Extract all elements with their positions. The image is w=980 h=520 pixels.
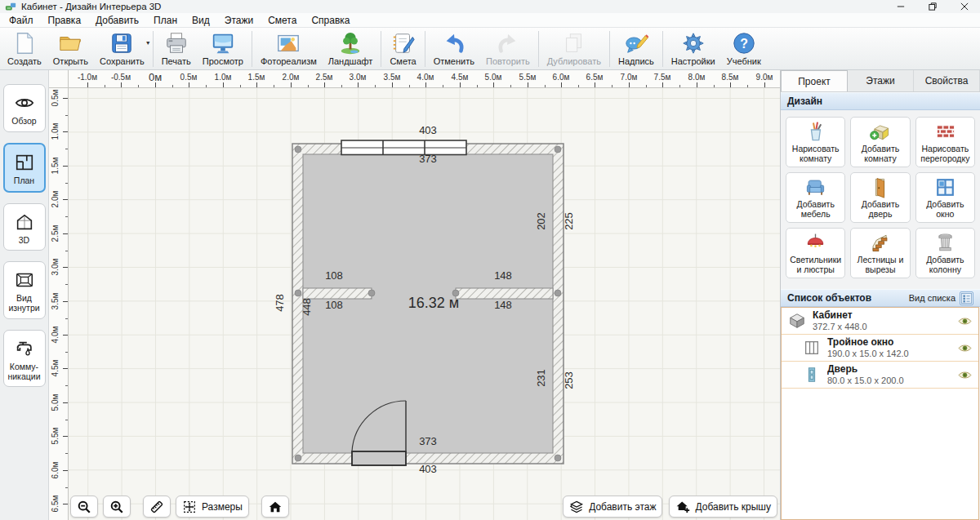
menu-item-6[interactable]: Этажи <box>217 14 261 27</box>
add-furniture-button[interactable]: Добавить мебель <box>786 172 845 223</box>
ruler-tick <box>63 436 68 437</box>
ruler-label: 3.0м <box>51 253 60 281</box>
ruler-label: 1.0м <box>215 73 232 82</box>
draw-partition-button[interactable]: Нарисовать перегородку <box>915 117 975 167</box>
object-name: Тройное окно <box>827 337 952 349</box>
menu-item-1[interactable]: Файл <box>2 14 41 27</box>
menu-item-2[interactable]: Правка <box>41 14 89 27</box>
draw-room-button[interactable]: Нарисовать комнату <box>786 117 845 167</box>
toolbar-group: ПечатьПросмотр <box>156 28 249 69</box>
menu-item-7[interactable]: Смета <box>261 14 304 27</box>
menu-item-4[interactable]: План <box>146 14 185 27</box>
zoom-in-button[interactable] <box>103 496 131 518</box>
stairs-cutouts-button[interactable]: Лестницы и вырезы <box>850 228 910 278</box>
ruler-label: 6.0м <box>553 73 570 82</box>
add-door-button[interactable]: Добавить дверь <box>850 172 910 223</box>
print-button[interactable]: Печать <box>156 29 197 69</box>
undo-button[interactable]: Отменить <box>428 29 480 69</box>
add-column-button[interactable]: Добавить колонну <box>915 228 975 278</box>
add-room-button[interactable]: Добавить комнату <box>850 117 910 167</box>
ruler-tick-minor <box>65 453 68 454</box>
ruler-tick-minor <box>308 85 309 87</box>
dimensions-icon <box>182 500 197 514</box>
ruler-tick <box>121 82 122 87</box>
ruler-label: 6.0м <box>51 456 60 484</box>
visibility-eye-icon[interactable] <box>958 371 973 380</box>
measure-ruler-icon <box>149 500 164 514</box>
close-button[interactable] <box>948 0 980 13</box>
ruler-tick <box>528 82 528 87</box>
add-window-button[interactable]: Добавить окно <box>915 172 975 223</box>
canvas-button-label: Размеры <box>202 501 243 513</box>
object-row[interactable]: Кабинет372.7 x 448.0 <box>782 308 978 335</box>
sidebar-item-plan[interactable]: План <box>3 143 46 193</box>
label-button[interactable]: Надпись <box>612 29 660 69</box>
canvas-grid[interactable] <box>69 88 780 520</box>
plan-canvas[interactable]: 4033732022251081481081484784482312533734… <box>49 70 780 520</box>
zoom-out-button[interactable] <box>70 496 98 518</box>
chandelier-icon <box>804 232 826 254</box>
home-button[interactable] <box>261 496 289 518</box>
canvas-toolbar-left: Размеры <box>70 496 289 518</box>
open-folder-icon <box>58 31 82 56</box>
add-floor-button[interactable]: Добавить этаж <box>563 496 662 518</box>
minimize-button[interactable] <box>884 0 916 13</box>
photorealism-button[interactable]: Фотореализм <box>255 29 323 69</box>
visibility-eye-icon[interactable] <box>958 317 973 326</box>
settings-button[interactable]: Настройки <box>666 29 721 69</box>
add-roof-button[interactable]: Добавить крышу <box>669 496 777 518</box>
list-view-button[interactable] <box>960 291 973 305</box>
tab-properties[interactable]: Свойства <box>914 70 980 91</box>
object-row[interactable]: Дверь80.0 x 15.0 x 200.0 <box>782 362 978 389</box>
canvas-button-label: Добавить крышу <box>695 501 771 513</box>
maximize-button[interactable] <box>916 0 948 13</box>
menu-item-8[interactable]: Справка <box>304 14 357 27</box>
open-button[interactable]: Открыть <box>47 29 94 69</box>
landscape-button[interactable]: Ландшафт <box>323 29 379 69</box>
toolbar-button-label: Просмотр <box>203 56 243 66</box>
measure-button[interactable] <box>143 496 171 518</box>
ruler-label: 7.0м <box>621 73 638 82</box>
object-row[interactable]: Тройное окно190.0 x 15.0 x 142.0 <box>782 335 978 362</box>
sidebar-item-communications[interactable]: Комму- никации <box>3 330 46 388</box>
create-button[interactable]: Создать <box>2 29 47 69</box>
ruler-label: 2.0м <box>51 185 60 213</box>
toolbar-separator <box>425 31 425 67</box>
vertical-ruler: 0.5м1.0м1.5м2.0м2.5м3.0м3.5м4.0м4.5м5.0м… <box>49 88 69 520</box>
lights-chandeliers-button[interactable]: Светильники и люстры <box>786 228 845 278</box>
menu-item-5[interactable]: Вид <box>185 14 217 27</box>
dimensions-button[interactable]: Размеры <box>176 496 249 518</box>
sidebar-item-3d[interactable]: 3D <box>3 203 46 251</box>
ruler-label: 0.5м <box>180 73 198 82</box>
toolbar-separator <box>381 31 381 67</box>
save-button[interactable]: ▼Сохранить <box>94 29 150 69</box>
preview-button[interactable]: Просмотр <box>197 29 249 69</box>
canvas-toolbar-right: Добавить этажДобавить крышу <box>563 496 777 518</box>
add-window-icon <box>934 176 956 198</box>
ruler-tick <box>358 82 359 87</box>
zoom-in-icon <box>109 500 124 514</box>
estimate-button[interactable]: Смета <box>384 29 421 69</box>
ruler-tick-minor <box>65 318 68 319</box>
ruler-tick <box>63 504 68 504</box>
ruler-label: 9.0м <box>756 73 773 82</box>
tab-project[interactable]: Проект <box>781 70 848 91</box>
ruler-label: 7.5м <box>654 73 671 82</box>
communications-icon <box>14 338 35 359</box>
door-object-icon <box>802 366 822 384</box>
sidebar-item-inside-view[interactable]: Вид изнутри <box>3 261 46 319</box>
zoom-out-icon <box>77 500 91 514</box>
sidebar-item-overview[interactable]: Обзор <box>3 84 46 132</box>
toolbar-group: ОтменитьПовторить <box>428 28 536 69</box>
ruler-tick <box>87 82 88 87</box>
ruler-tick-minor <box>138 85 139 87</box>
design-section-title: Дизайн <box>787 96 822 107</box>
menu-item-3[interactable]: Добавить <box>88 14 146 27</box>
visibility-eye-icon[interactable] <box>958 344 973 353</box>
design-button-label: Лестницы и вырезы <box>852 256 908 275</box>
tab-floors[interactable]: Этажи <box>848 70 914 91</box>
tutorial-button[interactable]: ?Учебник <box>721 29 767 69</box>
save-dropdown-arrow[interactable]: ▼ <box>145 40 151 46</box>
ruler-tick-minor <box>65 183 68 184</box>
toolbar-button-label: Дублировать <box>547 56 601 66</box>
